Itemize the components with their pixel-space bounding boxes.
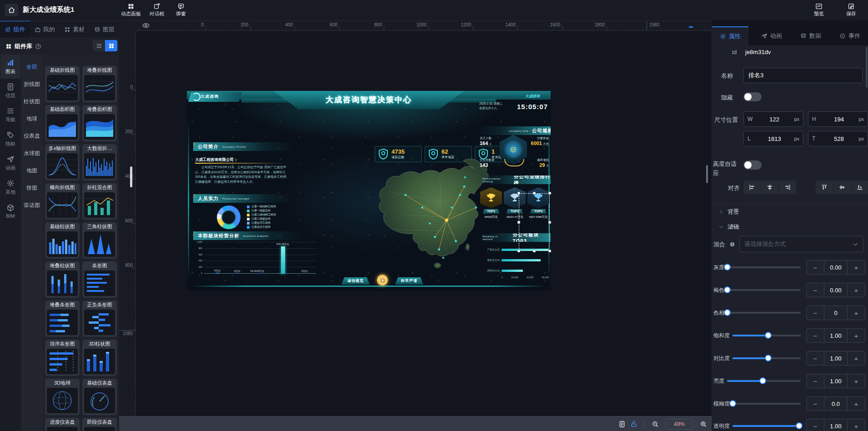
slider-track[interactable] — [727, 380, 801, 382]
component-card[interactable]: 正负条形图 — [82, 301, 117, 337]
decrease-button[interactable]: − — [807, 397, 824, 411]
component-card[interactable]: 堆叠折线图 — [82, 66, 117, 102]
category-item[interactable]: 全部 — [21, 58, 43, 75]
component-card[interactable]: 堆叠面积图 — [82, 105, 117, 141]
tab-data[interactable]: 数据 — [793, 26, 828, 45]
resize-handle-s[interactable] — [533, 250, 536, 252]
component-card[interactable]: 大数据折… — [82, 144, 117, 180]
lock-button[interactable] — [628, 419, 640, 430]
resize-handle-w[interactable] — [517, 221, 520, 224]
canvas-viewport[interactable]: 大成咨询智慧决策中心 大成咨询 大成咨询 2025-1-01 星期三农历九月十八… — [135, 30, 712, 416]
decrease-button[interactable]: − — [807, 283, 824, 297]
component-card[interactable]: 多x轴折线图 — [45, 144, 80, 180]
eye-icon[interactable] — [142, 21, 150, 30]
slider-track[interactable] — [733, 425, 801, 427]
left-panel-scrollbar[interactable] — [130, 166, 132, 187]
slider-thumb[interactable] — [765, 332, 772, 339]
slider-track[interactable] — [727, 312, 801, 314]
slider-thumb[interactable] — [724, 286, 731, 293]
align-middle-button[interactable] — [833, 180, 851, 194]
decrease-button[interactable]: − — [807, 419, 824, 431]
component-card[interactable]: 基础仪表盘 — [82, 379, 117, 415]
category-item[interactable]: 地球 — [21, 110, 43, 127]
resize-handle-ne[interactable] — [548, 192, 551, 195]
increase-button[interactable]: + — [847, 329, 865, 342]
tab-animation[interactable]: 动画 — [754, 26, 789, 45]
rail-item[interactable]: 指标 — [0, 127, 20, 151]
component-card[interactable]: 堆叠柱状图 — [45, 261, 80, 298]
resize-handle-nw[interactable] — [517, 192, 520, 195]
slider-thumb[interactable] — [724, 309, 731, 316]
slider-thumb[interactable] — [765, 355, 772, 361]
tab-mine[interactable]: 我的 — [30, 20, 60, 38]
zoom-level[interactable]: 49% — [666, 419, 693, 430]
home-button[interactable] — [5, 4, 18, 16]
dialog-button[interactable]: 对话框 — [144, 2, 170, 17]
component-card[interactable]: 排序条形图 — [45, 340, 80, 376]
slider-thumb[interactable] — [796, 422, 803, 429]
category-item[interactable]: 仪表盘 — [21, 127, 43, 145]
width-field[interactable]: W122px — [743, 111, 803, 127]
left-field[interactable]: L1813px — [743, 131, 803, 146]
decrease-button[interactable]: − — [807, 329, 824, 342]
align-center-button[interactable] — [761, 180, 778, 194]
component-card[interactable]: 横向折线图 — [45, 183, 80, 220]
component-card[interactable]: 堆叠条形图 — [45, 301, 80, 337]
help-icon[interactable] — [35, 43, 41, 50]
category-item[interactable]: 水球图 — [21, 145, 43, 162]
rail-item[interactable]: 动画 — [0, 151, 20, 175]
hide-toggle[interactable] — [743, 92, 762, 101]
tab-components[interactable]: 组件 — [0, 20, 30, 38]
slider-thumb[interactable] — [724, 264, 731, 271]
dashboard-screen-component[interactable]: 大成咨询智慧决策中心 大成咨询 大成咨询 2025-1-01 星期三农历九月十八… — [187, 91, 551, 291]
slider-track[interactable] — [733, 335, 801, 336]
component-card[interactable]: 三角柱状图 — [82, 222, 117, 259]
component-card[interactable]: 3D柱状图 — [82, 340, 117, 376]
component-card[interactable]: 基础折线图 — [45, 66, 80, 102]
category-item[interactable]: 折线图 — [21, 75, 43, 93]
decrease-button[interactable]: − — [807, 351, 824, 365]
list-view-button[interactable] — [93, 40, 105, 51]
increase-button[interactable]: + — [847, 283, 865, 297]
increase-button[interactable]: + — [847, 351, 865, 365]
resize-handle-e[interactable] — [548, 221, 551, 224]
rail-item[interactable]: BIM — [0, 199, 20, 223]
resize-handle-se[interactable] — [548, 250, 551, 252]
increase-button[interactable]: + — [847, 374, 865, 388]
slider-track[interactable] — [733, 403, 801, 405]
component-card[interactable]: 进度仪表盘 — [45, 418, 80, 431]
component-card[interactable]: 阶段仪表盘 — [82, 418, 117, 431]
canvas-scrollbar[interactable] — [706, 165, 708, 183]
blend-select[interactable]: 请选择混合方式 — [739, 236, 863, 252]
tab-assets[interactable]: 素材 — [60, 20, 90, 38]
tab-properties[interactable]: 属性 — [712, 26, 748, 45]
resize-handle-n[interactable] — [533, 192, 536, 195]
slider-thumb[interactable] — [729, 400, 736, 407]
selection-box[interactable] — [519, 193, 550, 251]
align-top-button[interactable] — [816, 180, 833, 194]
slider-track[interactable] — [727, 289, 801, 291]
dynamic-panel-button[interactable]: 动态面板 — [118, 2, 144, 17]
preview-button[interactable]: 预览 — [806, 2, 832, 17]
decrease-button[interactable]: − — [807, 374, 824, 388]
increase-button[interactable]: + — [847, 419, 865, 431]
category-item[interactable]: 饼图 — [21, 179, 43, 196]
slider-track[interactable] — [733, 357, 801, 359]
category-item[interactable]: 地图 — [21, 162, 43, 179]
autoheight-toggle[interactable] — [743, 160, 762, 170]
rail-item[interactable]: 导航 — [0, 103, 20, 127]
section-filters[interactable]: 滤镜 — [718, 223, 739, 231]
rail-item[interactable]: 其他 — [0, 175, 20, 199]
grid-view-button[interactable] — [105, 40, 117, 51]
component-card[interactable]: 折柱混合图 — [82, 183, 117, 220]
slider-track[interactable] — [727, 266, 801, 268]
decrease-button[interactable]: − — [807, 306, 824, 320]
align-left-button[interactable] — [743, 180, 761, 194]
align-right-button[interactable] — [779, 180, 796, 194]
slider-thumb[interactable] — [759, 377, 766, 384]
increase-button[interactable]: + — [847, 306, 865, 320]
resize-handle-sw[interactable] — [517, 250, 520, 252]
increase-button[interactable]: + — [847, 261, 865, 274]
inspector-scrollbar[interactable] — [866, 47, 868, 88]
tab-events[interactable]: 事件 — [832, 26, 868, 45]
